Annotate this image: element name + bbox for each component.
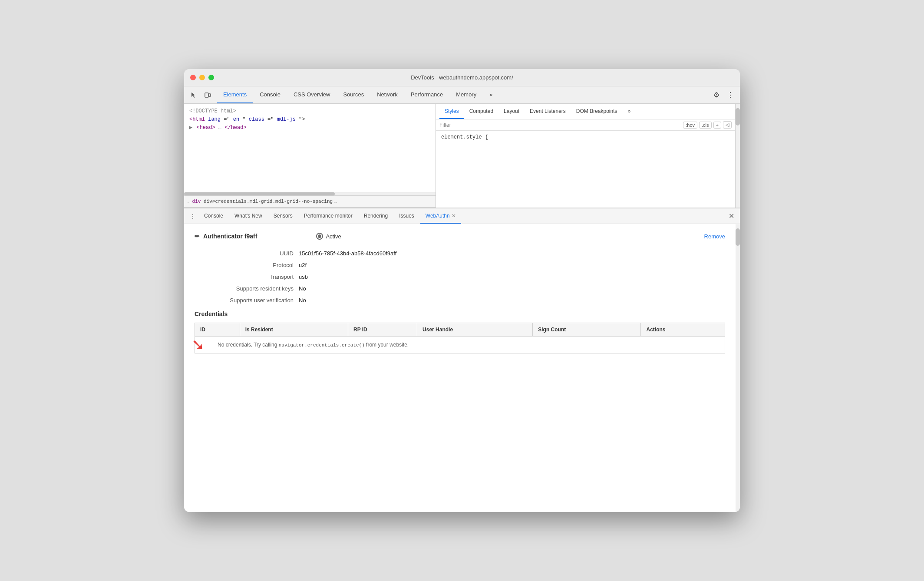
edit-icon[interactable]: ✏ bbox=[195, 233, 200, 240]
tab-network[interactable]: Network bbox=[371, 86, 404, 103]
remove-button[interactable]: Remove bbox=[704, 233, 725, 240]
horizontal-scrollbar[interactable] bbox=[184, 192, 436, 195]
window-controls bbox=[190, 75, 214, 80]
toolbar-right-actions: ⚙ ⋮ bbox=[710, 89, 736, 101]
col-sign-count: Sign Count bbox=[533, 323, 641, 337]
drawer-tabs: ⋮ Console What's New Sensors Performance… bbox=[184, 208, 740, 224]
auth-details: UUID 15c01f56-785f-43b4-ab58-4facd60f9af… bbox=[195, 250, 725, 304]
drawer-tab-rendering[interactable]: Rendering bbox=[359, 208, 393, 224]
elements-panel: <!DOCTYPE html> <html lang =" en " class… bbox=[184, 104, 436, 208]
settings-button[interactable]: ⚙ bbox=[710, 89, 723, 101]
add-style-button[interactable]: + bbox=[713, 122, 721, 129]
breadcrumb: … div div#credentials.mdl-grid.mdl-grid-… bbox=[184, 195, 436, 208]
styles-filter-input[interactable] bbox=[439, 122, 680, 128]
table-header-row: ID Is Resident RP ID User Handle Sign Co… bbox=[195, 323, 725, 337]
styles-content: element.style { bbox=[436, 131, 735, 144]
user-verification-row: Supports user verification No bbox=[195, 297, 725, 304]
protocol-row: Protocol u2f bbox=[195, 262, 725, 268]
code-line-html: <html lang =" en " class =" mdl-js "> bbox=[189, 116, 430, 124]
resident-keys-value: No bbox=[299, 285, 306, 292]
tab-sources[interactable]: Sources bbox=[337, 86, 370, 103]
tab-console[interactable]: Console bbox=[254, 86, 287, 103]
elements-code-area[interactable]: <!DOCTYPE html> <html lang =" en " class… bbox=[184, 104, 436, 192]
drawer: ⋮ Console What's New Sensors Performance… bbox=[184, 208, 740, 512]
credentials-section: Credentials ID Is Resident RP ID User Ha… bbox=[195, 310, 725, 353]
device-toolbar-button[interactable] bbox=[201, 89, 214, 101]
vertical-scrollbar[interactable] bbox=[736, 104, 740, 208]
empty-message-text: No credentials. Try calling navigator.cr… bbox=[218, 342, 409, 348]
uuid-label: UUID bbox=[195, 250, 299, 257]
svg-rect-0 bbox=[205, 93, 208, 97]
empty-message-container: ➘ No credentials. Try calling navigator.… bbox=[200, 342, 719, 348]
cursor-tool-button[interactable] bbox=[188, 89, 200, 101]
more-options-button[interactable]: ⋮ bbox=[724, 89, 736, 101]
transport-label: Transport bbox=[195, 274, 299, 280]
tab-computed[interactable]: Computed bbox=[464, 104, 498, 119]
code-line-head: ▶ <head> … </head> bbox=[189, 124, 430, 132]
devtools-tabs: Elements Console CSS Overview Sources Ne… bbox=[217, 86, 498, 103]
tab-more-styles[interactable]: » bbox=[623, 104, 636, 119]
protocol-value: u2f bbox=[299, 262, 307, 268]
titlebar: DevTools - webauthndemo.appspot.com/ bbox=[184, 69, 740, 86]
close-button[interactable] bbox=[190, 75, 196, 80]
drawer-vertical-scrollbar[interactable] bbox=[736, 224, 740, 512]
drawer-scrollbar-thumb bbox=[736, 228, 740, 246]
styles-tabs: Styles Computed Layout Event Listeners D… bbox=[436, 104, 735, 119]
drawer-tab-sensors[interactable]: Sensors bbox=[268, 208, 298, 224]
scrollbar-thumb bbox=[184, 192, 335, 195]
col-id: ID bbox=[195, 323, 240, 337]
maximize-button[interactable] bbox=[208, 75, 214, 80]
uuid-value: 15c01f56-785f-43b4-ab58-4facd60f9aff bbox=[299, 250, 396, 257]
col-user-handle: User Handle bbox=[417, 323, 533, 337]
resident-keys-row: Supports resident keys No bbox=[195, 285, 725, 292]
toggle-sidebar-button[interactable]: ◁ bbox=[723, 121, 732, 129]
drawer-close-button[interactable]: ✕ bbox=[726, 211, 736, 221]
credentials-title: Credentials bbox=[195, 310, 725, 317]
window-title: DevTools - webauthndemo.appspot.com/ bbox=[411, 74, 513, 81]
uuid-row: UUID 15c01f56-785f-43b4-ab58-4facd60f9af… bbox=[195, 250, 725, 257]
tab-more[interactable]: » bbox=[483, 86, 498, 103]
hov-button[interactable]: :hov bbox=[683, 122, 697, 129]
tab-layout[interactable]: Layout bbox=[498, 104, 525, 119]
radio-inner bbox=[318, 234, 321, 238]
drawer-tab-console[interactable]: Console bbox=[199, 208, 228, 224]
tab-event-listeners[interactable]: Event Listeners bbox=[525, 104, 571, 119]
webauthn-panel: ✏ Authenticator f9aff Active Remove UUID bbox=[184, 224, 736, 512]
drawer-tab-perf-monitor[interactable]: Performance monitor bbox=[299, 208, 358, 224]
drawer-menu-button[interactable]: ⋮ bbox=[188, 211, 198, 221]
active-badge: Active bbox=[316, 233, 341, 240]
authenticator-name: ✏ Authenticator f9aff bbox=[195, 233, 257, 240]
authenticator-header: ✏ Authenticator f9aff Active Remove bbox=[195, 233, 725, 240]
table-row-empty: ➘ No credentials. Try calling navigator.… bbox=[195, 337, 725, 353]
table-body: ➘ No credentials. Try calling navigator.… bbox=[195, 337, 725, 353]
col-rp-id: RP ID bbox=[348, 323, 417, 337]
styles-filter-bar: :hov .cls + ◁ bbox=[436, 119, 735, 131]
tab-performance[interactable]: Performance bbox=[405, 86, 449, 103]
tab-memory[interactable]: Memory bbox=[450, 86, 482, 103]
element-style-text: element.style { bbox=[441, 134, 488, 140]
tab-elements[interactable]: Elements bbox=[217, 86, 253, 103]
tab-css-overview[interactable]: CSS Overview bbox=[287, 86, 337, 103]
drawer-tab-issues[interactable]: Issues bbox=[394, 208, 419, 224]
active-radio[interactable] bbox=[316, 233, 323, 240]
credentials-table: ID Is Resident RP ID User Handle Sign Co… bbox=[195, 323, 725, 353]
col-is-resident: Is Resident bbox=[240, 323, 348, 337]
table-header: ID Is Resident RP ID User Handle Sign Co… bbox=[195, 323, 725, 337]
cls-button[interactable]: .cls bbox=[699, 122, 712, 129]
user-verification-value: No bbox=[299, 297, 306, 304]
svg-rect-1 bbox=[209, 94, 211, 96]
red-arrow-icon: ➘ bbox=[191, 336, 205, 354]
resident-keys-label: Supports resident keys bbox=[195, 285, 299, 292]
scrollbar-v-thumb bbox=[736, 108, 740, 125]
devtools-toolbar: Elements Console CSS Overview Sources Ne… bbox=[184, 86, 740, 104]
webauthn-tab-close[interactable]: ✕ bbox=[452, 213, 456, 219]
drawer-tab-webauthn[interactable]: WebAuthn ✕ bbox=[420, 208, 461, 224]
tab-dom-breakpoints[interactable]: DOM Breakpoints bbox=[571, 104, 623, 119]
transport-value: usb bbox=[299, 274, 308, 280]
devtools-window: DevTools - webauthndemo.appspot.com/ Ele… bbox=[184, 69, 740, 512]
tab-styles[interactable]: Styles bbox=[439, 104, 464, 119]
minimize-button[interactable] bbox=[199, 75, 205, 80]
drawer-tab-whats-new[interactable]: What's New bbox=[229, 208, 267, 224]
empty-credentials-message: ➘ No credentials. Try calling navigator.… bbox=[195, 337, 725, 353]
user-verification-label: Supports user verification bbox=[195, 297, 299, 304]
